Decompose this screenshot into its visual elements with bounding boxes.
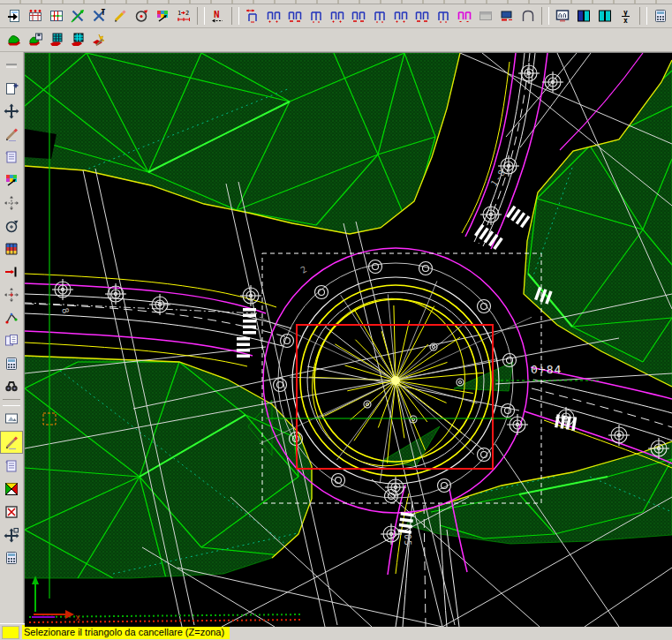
reports-button[interactable]: [1, 330, 22, 351]
section-delete-button[interactable]: [284, 6, 306, 26]
display-palette-button[interactable]: [152, 6, 173, 26]
pencil2-icon: [4, 126, 19, 142]
panels-cyan-button[interactable]: [594, 6, 615, 26]
script-icon: [4, 458, 19, 474]
renumber-1-2-button[interactable]: 12: [173, 6, 194, 26]
move-points-button[interactable]: [67, 6, 88, 26]
section-magenta-button[interactable]: [454, 6, 475, 26]
vector-icon: [4, 310, 19, 326]
grid-red2-icon: [70, 32, 86, 48]
section-list-button[interactable]: [433, 6, 454, 26]
script-icon: [4, 149, 19, 165]
triangle-colors-button[interactable]: [1, 478, 22, 500]
polyline-vertex-button[interactable]: [1, 307, 22, 328]
sec-b-icon: [287, 8, 303, 24]
north-arrow-button[interactable]: N: [208, 6, 229, 26]
sec-a-icon: [329, 8, 345, 24]
toolbar-separator: [639, 7, 647, 25]
section-edit-button[interactable]: [327, 6, 348, 26]
svg-text:x: x: [623, 17, 628, 24]
svg-text:y: y: [623, 9, 628, 17]
sec-b-icon: [414, 8, 430, 24]
calc-icon: [4, 550, 19, 566]
triangle-list-button[interactable]: [1, 456, 22, 477]
pencil2-icon: [4, 434, 19, 450]
box-x-icon: [4, 504, 19, 520]
compute-sections-button[interactable]: [650, 6, 671, 26]
handle-icon: [4, 57, 19, 73]
doc-arrow-icon: [6, 8, 22, 24]
profile-dots-icon: [27, 8, 43, 24]
tunnel-arch-button[interactable]: [517, 6, 539, 26]
toolbar-handle-button[interactable]: [1, 55, 22, 76]
move-entities-button[interactable]: [1, 284, 22, 305]
dotarrows-icon: [4, 195, 19, 211]
sec-b-icon: [351, 8, 366, 24]
panels-blue-cyan-button[interactable]: [573, 6, 594, 26]
doors2-icon: [597, 8, 613, 24]
svg-text:N: N: [214, 9, 220, 20]
img-tri-icon: [4, 410, 19, 426]
section-renum-button[interactable]: [412, 6, 433, 26]
section-insert-button[interactable]: [263, 6, 284, 26]
section-grid-button[interactable]: [46, 6, 67, 26]
roundabout-center: [391, 376, 400, 385]
sec-c-icon: [435, 8, 451, 24]
image-view-button[interactable]: [1, 408, 22, 429]
rotate-entity-button[interactable]: [131, 6, 152, 26]
compute-button[interactable]: [1, 353, 22, 374]
pan-view-button[interactable]: [1, 101, 22, 122]
section-view-monitor-button[interactable]: [552, 6, 573, 26]
section-copy-button[interactable]: [369, 6, 390, 26]
north-icon: N: [210, 8, 226, 24]
terrain-mound-button[interactable]: [4, 30, 25, 49]
drawing-canvas[interactable]: 0+841-80582x: [25, 53, 672, 627]
move-dotted-button[interactable]: [1, 192, 22, 214]
terrain-grid-dark-button[interactable]: [67, 30, 88, 49]
grid-rg-icon: [49, 8, 64, 24]
side-toolbar: [0, 52, 24, 623]
section-width-button[interactable]: [242, 6, 263, 26]
app-window: T12Nyx 0+841-80582x Selezionare il trian…: [0, 0, 672, 640]
edit-entity-button[interactable]: [1, 124, 22, 145]
entity-list-button[interactable]: [1, 147, 22, 168]
rotate2-icon: [4, 218, 19, 234]
section-interp-button[interactable]: [390, 6, 412, 26]
compute-2-button[interactable]: [1, 547, 22, 568]
tri-color-icon: [4, 481, 19, 497]
rotate-icon: [133, 8, 149, 24]
sec-c-icon: [372, 8, 388, 24]
delete-triangle-button[interactable]: [0, 431, 23, 454]
delete-box-button[interactable]: [1, 501, 22, 523]
terrain-save-button[interactable]: [25, 30, 46, 49]
terrain-grid-button[interactable]: [46, 30, 67, 49]
rotate-view-button[interactable]: [1, 215, 22, 237]
sec-arrow-icon: [245, 8, 260, 24]
status-color-swatch: [2, 626, 19, 639]
sec-c-icon: [308, 8, 324, 24]
move-points-t-button[interactable]: T: [88, 6, 109, 26]
insert-node-button[interactable]: [1, 261, 22, 282]
section-image-button[interactable]: [475, 6, 496, 26]
profile-points-button[interactable]: [25, 6, 46, 26]
display-settings-button[interactable]: [1, 169, 22, 191]
section-single-button[interactable]: [306, 6, 327, 26]
station-label-s: 05: [403, 534, 412, 546]
draw-edit-button[interactable]: [109, 6, 131, 26]
monitor-m-icon: [555, 8, 570, 24]
svg-text:2: 2: [185, 10, 189, 17]
section-fill-button[interactable]: [496, 6, 517, 26]
search-button[interactable]: [1, 376, 22, 397]
new-item-button[interactable]: [1, 78, 22, 99]
move-box-button[interactable]: [1, 524, 22, 546]
section-move-button[interactable]: [348, 6, 369, 26]
main-area: 0+841-80582x: [0, 52, 672, 623]
open-drawing-button[interactable]: [4, 6, 25, 26]
terrain-wizard-button[interactable]: [88, 30, 109, 49]
wizard-icon: [91, 32, 107, 48]
layer-table-button[interactable]: [1, 238, 22, 260]
sec-a-icon: [266, 8, 282, 24]
scale-y-x-button[interactable]: yx: [615, 6, 637, 26]
ins-arrow-icon: [4, 264, 19, 280]
pan-sq-icon: [4, 527, 19, 543]
